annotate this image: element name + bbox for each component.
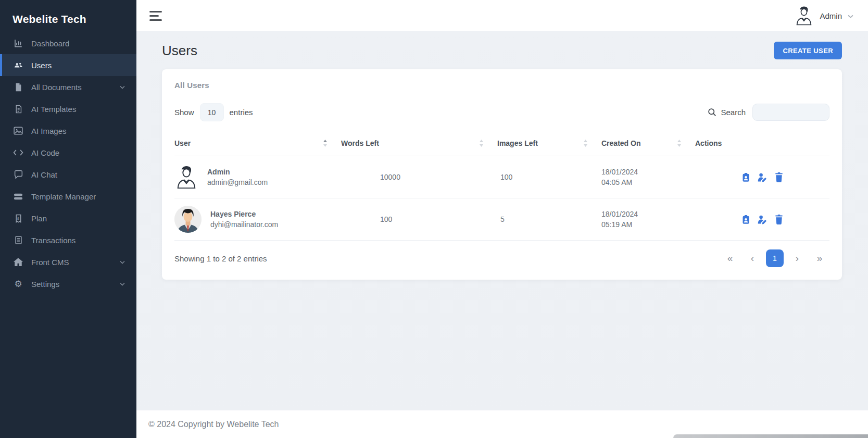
pagination: « ‹ 1 › » [721, 249, 828, 267]
chevron-down-icon [120, 282, 125, 286]
plan-invoice-icon: $ [13, 213, 23, 223]
table-controls: Show 10 entries Search [174, 103, 829, 121]
delete-user-icon[interactable] [774, 215, 784, 224]
sidebar-item-label: Front CMS [31, 258, 69, 267]
search-input[interactable] [752, 104, 829, 121]
entries-summary: Showing 1 to 2 of 2 entries [174, 254, 267, 263]
pagination-page-1-button[interactable]: 1 [766, 249, 784, 267]
home-icon [13, 257, 23, 267]
image-icon [13, 126, 23, 136]
sidebar: Webelite Tech Dashboard Users All Docume… [0, 0, 136, 438]
words-left-cell: 10000 [341, 173, 497, 181]
user-name: Hayes Pierce [210, 210, 278, 218]
transactions-icon [13, 235, 23, 245]
search-icon [708, 108, 716, 117]
copyright-text: © 2024 Copyright by Webelite Tech [148, 420, 279, 429]
pagination-last-button[interactable]: » [811, 249, 828, 267]
sort-icon [677, 139, 682, 147]
sidebar-item-label: AI Chat [31, 170, 57, 179]
edit-user-icon[interactable] [758, 172, 768, 182]
column-header-user[interactable]: User [174, 139, 341, 147]
sidebar-item-template-manager[interactable]: Template Manager [0, 185, 136, 207]
card-title: All Users [174, 81, 829, 90]
column-header-created-on[interactable]: Created On [601, 139, 695, 147]
search-control: Search [708, 104, 829, 121]
search-label: Search [721, 108, 746, 117]
layers-icon [13, 191, 23, 202]
topbar: Admin [136, 0, 868, 31]
created-on-cell: 18/01/2024 05:19 AM [601, 209, 695, 230]
sort-icon-asc-active [323, 139, 328, 147]
user-cell: Admin admin@gmail.com [174, 165, 341, 189]
screen-edge-shadow [673, 434, 868, 438]
sidebar-item-all-documents[interactable]: All Documents [0, 76, 136, 98]
column-header-actions: Actions [695, 139, 829, 147]
column-header-words-left[interactable]: Words Left [341, 139, 497, 147]
sidebar-item-ai-images[interactable]: AI Images [0, 120, 136, 142]
pagination-prev-button[interactable]: ‹ [744, 249, 761, 267]
sidebar-item-label: All Documents [31, 83, 82, 92]
chevron-down-icon [120, 85, 125, 89]
sidebar-item-label: Template Manager [31, 192, 96, 201]
page-title: Users [162, 43, 197, 59]
show-label: Show [174, 108, 194, 117]
code-icon [13, 147, 23, 158]
sidebar-item-label: Plan [31, 214, 47, 223]
user-cell: Hayes Pierce dyhi@mailinator.com [174, 206, 341, 233]
actions-cell [695, 172, 829, 182]
entries-label: entries [230, 108, 253, 117]
user-menu-label: Admin [820, 11, 842, 20]
images-left-cell: 100 [497, 173, 601, 181]
sidebar-item-label: AI Code [31, 148, 59, 157]
sidebar-item-label: Dashboard [31, 39, 69, 48]
sidebar-item-label: AI Templates [31, 105, 76, 114]
sidebar-item-ai-code[interactable]: AI Code [0, 142, 136, 164]
delete-user-icon[interactable] [774, 172, 784, 182]
table-row: Admin admin@gmail.com 10000 100 18/01/20… [174, 156, 829, 198]
created-on-cell: 18/01/2024 04:05 AM [601, 167, 695, 188]
main-content: Users CREATE USER All Users Show 10 entr… [136, 31, 868, 410]
page-size-control: Show 10 entries [174, 103, 253, 121]
sidebar-item-users[interactable]: Users [0, 54, 136, 76]
sidebar-item-dashboard[interactable]: Dashboard [0, 32, 136, 54]
page-header: Users CREATE USER [136, 31, 868, 59]
file-lines-icon [13, 104, 23, 114]
table-row: Hayes Pierce dyhi@mailinator.com 100 5 1… [174, 198, 829, 241]
brand-logo: Webelite Tech [0, 0, 136, 31]
user-avatar [174, 165, 198, 189]
user-email: admin@gmail.com [207, 178, 268, 186]
app-window: Webelite Tech Dashboard Users All Docume… [0, 0, 868, 438]
sidebar-item-front-cms[interactable]: Front CMS [0, 251, 136, 273]
table-header-row: User Words Left Images Left [174, 131, 829, 156]
sidebar-nav: Dashboard Users All Documents [0, 32, 136, 295]
view-user-icon[interactable] [741, 172, 751, 182]
edit-user-icon[interactable] [758, 215, 768, 224]
document-icon [13, 82, 23, 92]
words-left-cell: 100 [341, 215, 497, 223]
pagination-first-button[interactable]: « [721, 249, 739, 267]
menu-toggle-icon[interactable] [149, 11, 162, 21]
sidebar-item-label: AI Images [31, 127, 67, 135]
actions-cell [695, 215, 829, 224]
view-user-icon[interactable] [741, 215, 751, 224]
sidebar-item-ai-templates[interactable]: AI Templates [0, 98, 136, 120]
sort-icon [479, 139, 484, 147]
page-size-select[interactable]: 10 [200, 103, 224, 121]
column-header-images-left[interactable]: Images Left [497, 139, 601, 147]
sidebar-item-settings[interactable]: ⚙ Settings [0, 273, 136, 295]
admin-avatar [794, 6, 814, 26]
dashboard-icon [13, 38, 23, 48]
create-user-button[interactable]: CREATE USER [774, 42, 842, 59]
chat-icon [13, 169, 23, 180]
users-table: User Words Left Images Left [174, 131, 829, 241]
sidebar-item-ai-chat[interactable]: AI Chat [0, 164, 136, 185]
user-name: Admin [207, 168, 268, 176]
user-email: dyhi@mailinator.com [210, 220, 278, 229]
chevron-down-icon [120, 260, 125, 264]
sidebar-item-plan[interactable]: $ Plan [0, 207, 136, 229]
user-menu[interactable]: Admin [794, 6, 853, 26]
chevron-down-icon [848, 15, 853, 18]
sidebar-item-transactions[interactable]: Transactions [0, 229, 136, 251]
pagination-next-button[interactable]: › [788, 249, 806, 267]
table-footer: Showing 1 to 2 of 2 entries « ‹ 1 › » [174, 249, 829, 267]
